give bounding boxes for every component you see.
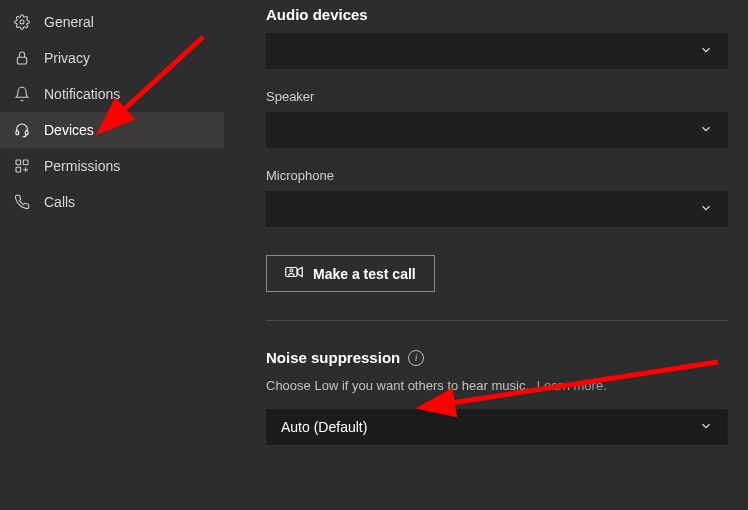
microphone-label: Microphone [266,168,728,183]
svg-marker-8 [298,268,303,277]
sidebar-item-permissions[interactable]: Permissions [0,148,224,184]
sidebar-item-devices[interactable]: Devices [0,112,224,148]
bell-icon [12,84,32,104]
learn-more-link[interactable]: Learn more. [537,378,607,393]
sidebar-item-label: Permissions [44,158,120,174]
info-icon[interactable]: i [408,350,424,366]
section-divider [266,320,728,321]
make-test-call-label: Make a test call [313,266,416,282]
svg-rect-4 [16,160,21,165]
chevron-down-icon [699,419,713,436]
sidebar-item-label: Privacy [44,50,90,66]
apps-icon [12,156,32,176]
speaker-label: Speaker [266,89,728,104]
sidebar-item-privacy[interactable]: Privacy [0,40,224,76]
sidebar-item-notifications[interactable]: Notifications [0,76,224,112]
audio-devices-title: Audio devices [266,6,728,23]
svg-rect-1 [17,57,26,64]
sidebar-item-label: General [44,14,94,30]
sidebar-item-label: Notifications [44,86,120,102]
microphone-select[interactable] [266,191,728,227]
noise-suppression-value: Auto (Default) [281,419,367,435]
noise-suppression-title: Noise suppression [266,349,400,366]
settings-sidebar: General Privacy Notifications Devices Pe… [0,0,224,510]
svg-rect-5 [23,160,28,165]
svg-rect-3 [25,131,28,135]
sidebar-item-general[interactable]: General [0,4,224,40]
svg-rect-2 [16,131,19,135]
chevron-down-icon [699,122,713,139]
headset-icon [12,120,32,140]
noise-suppression-select[interactable]: Auto (Default) [266,409,728,445]
svg-point-0 [20,20,24,24]
lock-icon [12,48,32,68]
svg-rect-6 [16,167,21,172]
sidebar-item-calls[interactable]: Calls [0,184,224,220]
speaker-select[interactable] [266,112,728,148]
noise-suppression-help: Choose Low if you want others to hear mu… [266,378,728,393]
phone-icon [12,192,32,212]
svg-point-9 [290,269,293,272]
audio-devices-select[interactable] [266,33,728,69]
gear-icon [12,12,32,32]
chevron-down-icon [699,43,713,60]
sidebar-item-label: Calls [44,194,75,210]
sidebar-item-label: Devices [44,122,94,138]
make-test-call-button[interactable]: Make a test call [266,255,435,292]
video-person-icon [285,265,303,282]
settings-main-panel: Audio devices Speaker Microphone Make a … [224,0,748,510]
chevron-down-icon [699,201,713,218]
